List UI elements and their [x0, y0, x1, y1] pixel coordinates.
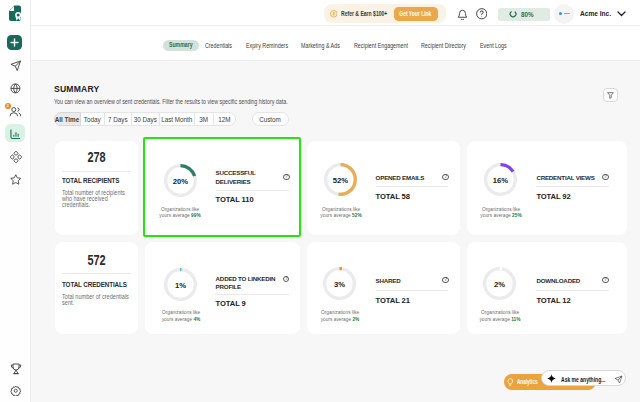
- svg-text:2%: 2%: [494, 280, 505, 289]
- svg-text:1%: 1%: [175, 281, 186, 290]
- svg-text:20%: 20%: [173, 176, 189, 185]
- svg-text:16%: 16%: [493, 175, 509, 184]
- svg-text:52%: 52%: [333, 175, 349, 184]
- svg-text:3%: 3%: [334, 280, 345, 289]
